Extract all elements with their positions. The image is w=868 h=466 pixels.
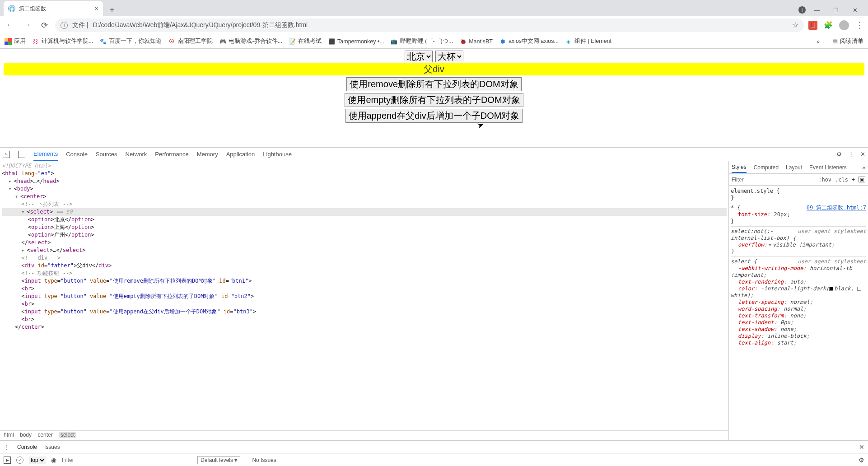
baidu-icon: 🐾 xyxy=(99,38,107,45)
browser-tab[interactable]: 🌐 第二组函数 × xyxy=(4,1,103,16)
drawer-close-icon[interactable]: ✕ xyxy=(859,443,864,451)
elements-panel: <!DOCTYPE html> <html lang="en"> ▸<head>… xyxy=(0,161,729,440)
console-sidebar-icon[interactable]: ▶ xyxy=(4,457,11,464)
btn3-append[interactable] xyxy=(345,109,523,123)
styles-subtabs: Styles Computed Layout Event Listeners » xyxy=(729,161,868,174)
btn1-remove[interactable] xyxy=(346,77,521,91)
element-icon: ◈ xyxy=(565,38,572,45)
styles-filter-input[interactable] xyxy=(732,177,815,183)
url-origin: 文件 | xyxy=(72,21,89,29)
tab-close-icon[interactable]: × xyxy=(95,5,98,12)
subtab-eventlisteners[interactable]: Event Listeners xyxy=(809,164,847,171)
bookmark-item[interactable]: 🎮电脑游戏-乔合软件... xyxy=(219,37,282,45)
element-picker-icon[interactable]: ↖ xyxy=(3,151,10,158)
execution-context-select[interactable]: top xyxy=(29,457,46,464)
elements-breadcrumbs[interactable]: html body center select xyxy=(0,430,728,440)
style-rules[interactable]: element.style { } 09-第二组函数.html:7* { fon… xyxy=(729,186,868,440)
bookmark-item[interactable]: 🐞MantisBT xyxy=(459,38,493,45)
devtools-tabs: ↖ Elements Console Sources Network Perfo… xyxy=(0,148,868,161)
address-bar: ← → ⟳ i 文件 | D:/code/JavaWeb/Web前端/Ajax&… xyxy=(0,16,868,34)
devtools: ↖ Elements Console Sources Network Perfo… xyxy=(0,147,868,466)
subtab-styles[interactable]: Styles xyxy=(732,162,747,173)
log-levels-select[interactable]: Default levels ▾ xyxy=(197,456,240,464)
tab-performance[interactable]: Performance xyxy=(155,148,188,160)
reading-list-icon: ▤ xyxy=(832,38,838,45)
tab-network[interactable]: Network xyxy=(126,148,147,160)
reload-button[interactable]: ⟳ xyxy=(38,19,51,32)
styles-panel: Styles Computed Layout Event Listeners »… xyxy=(729,161,868,440)
tab-elements[interactable]: Elements xyxy=(33,148,58,161)
father-div: 父div xyxy=(4,63,864,75)
box-model-icon[interactable]: ▣ xyxy=(859,177,865,182)
console-settings-icon[interactable]: ⚙ xyxy=(859,457,864,464)
exam-icon: 📝 xyxy=(289,38,296,45)
reading-list-button[interactable]: ▤阅读清单 xyxy=(832,37,863,45)
bookmark-item[interactable]: 📺哔哩哔哩 (゜-゜)つ... xyxy=(391,37,453,45)
bookmark-star-icon[interactable]: ☆ xyxy=(792,21,798,29)
bookmark-item[interactable]: ◈组件 | Element xyxy=(565,37,611,45)
omnibox[interactable]: i 文件 | D:/code/JavaWeb/Web前端/Ajax&JQuery… xyxy=(55,19,804,32)
bookmark-item[interactable]: 🐾百度一下，你就知道 xyxy=(99,37,162,45)
bookmark-item[interactable]: 📝在线考试 xyxy=(289,37,322,45)
tm-icon: ⬛ xyxy=(328,38,335,45)
bili-icon: 📺 xyxy=(391,38,398,45)
back-button[interactable]: ← xyxy=(4,19,16,32)
page-viewport: 北京 大杯 父div ➤ xyxy=(0,49,868,147)
tab-memory[interactable]: Memory xyxy=(197,148,218,160)
extension-icon[interactable]: 📕 xyxy=(808,21,817,30)
bookmarks-overflow-icon[interactable]: » xyxy=(817,38,820,45)
console-filter-input[interactable] xyxy=(62,457,188,463)
subtab-more-icon[interactable]: » xyxy=(862,164,865,171)
globe-icon: 🌐 xyxy=(8,5,15,12)
subtab-computed[interactable]: Computed xyxy=(754,164,779,171)
cls-toggle[interactable]: .cls xyxy=(835,177,848,183)
mantis-icon: 🐞 xyxy=(459,38,467,45)
subtab-layout[interactable]: Layout xyxy=(786,164,802,171)
hov-toggle[interactable]: :hov xyxy=(818,177,831,183)
bookmarks-bar: 应用 ⛓计算机与软件学院... 🐾百度一下，你就知道 ⦿南阳理工学院 🎮电脑游戏… xyxy=(0,34,868,49)
device-toggle-icon[interactable] xyxy=(18,151,25,158)
bookmark-item[interactable]: ⦿南阳理工学院 xyxy=(168,37,213,45)
console-toolbar: ▶ top ◉ Default levels ▾ No Issues ⚙ xyxy=(0,453,868,466)
devtools-settings-icon[interactable]: ⚙ xyxy=(836,151,842,158)
btn2-empty[interactable] xyxy=(345,93,523,107)
bookmark-item[interactable]: ⛓计算机与软件学院... xyxy=(32,37,93,45)
bookmark-item[interactable]: ⬛Tampermonkey •... xyxy=(328,38,384,45)
chrome-menu-icon[interactable]: ⋮ xyxy=(855,21,864,30)
apps-icon xyxy=(5,38,12,45)
live-expression-icon[interactable]: ◉ xyxy=(51,457,56,464)
forward-button: → xyxy=(21,19,33,32)
select-city[interactable]: 北京 xyxy=(405,51,433,62)
devtools-menu-icon[interactable]: ⋮ xyxy=(848,151,854,158)
extensions-icon[interactable]: 🧩 xyxy=(824,21,833,30)
drawer-tab-issues[interactable]: Issues xyxy=(44,444,60,450)
profile-avatar[interactable] xyxy=(839,20,849,30)
guest-badge[interactable]: i xyxy=(798,6,806,14)
apps-bookmark[interactable]: 应用 xyxy=(5,37,26,45)
new-style-rule-icon[interactable]: + xyxy=(852,177,855,183)
bookmark-item[interactable]: ⬢axios中文网|axios... xyxy=(499,37,559,45)
dom-tree[interactable]: <!DOCTYPE html> <html lang="en"> ▸<head>… xyxy=(0,161,728,430)
tab-title: 第二组函数 xyxy=(19,5,46,13)
minimize-icon[interactable]: — xyxy=(809,4,825,16)
select-size[interactable]: 大杯 xyxy=(435,51,463,62)
new-tab-button[interactable]: + xyxy=(106,4,118,16)
close-icon[interactable]: ✕ xyxy=(847,4,863,16)
maximize-icon[interactable]: ☐ xyxy=(828,4,844,16)
link-icon: ⛓ xyxy=(32,38,39,45)
no-issues-label: No Issues xyxy=(252,457,276,463)
tab-sources[interactable]: Sources xyxy=(96,148,117,160)
clear-console-icon[interactable] xyxy=(16,457,23,464)
tab-application[interactable]: Application xyxy=(226,148,255,160)
site-info-icon[interactable]: i xyxy=(61,22,68,29)
drawer-tab-console[interactable]: Console xyxy=(17,444,37,450)
window-controls: i — ☐ ✕ xyxy=(798,4,864,16)
console-drawer: ⋮ Console Issues ✕ ▶ top ◉ Default level… xyxy=(0,440,868,466)
drawer-menu-icon[interactable]: ⋮ xyxy=(4,443,10,451)
devtools-close-icon[interactable]: ✕ xyxy=(860,151,865,158)
tab-lighthouse[interactable]: Lighthouse xyxy=(263,148,292,160)
nanyang-icon: ⦿ xyxy=(168,38,175,45)
tab-console[interactable]: Console xyxy=(66,148,88,160)
titlebar: 🌐 第二组函数 × + i — ☐ ✕ xyxy=(0,0,868,16)
url-path: D:/code/JavaWeb/Web前端/Ajax&JQuery/JQuery… xyxy=(93,21,308,29)
